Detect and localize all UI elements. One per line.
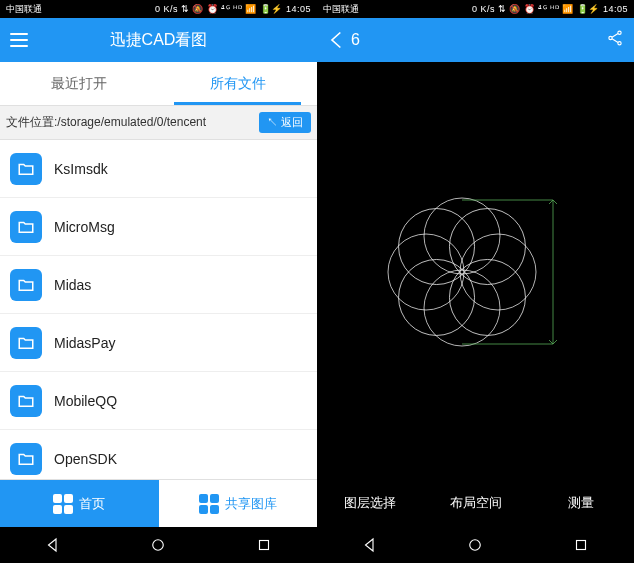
system-nav [317, 527, 634, 563]
folder-icon [10, 269, 42, 301]
return-button[interactable]: ↖ 返回 [259, 112, 311, 133]
drawing-title: 6 [351, 31, 360, 49]
svg-rect-1 [260, 541, 269, 550]
gallery-icon [199, 494, 219, 514]
svg-point-6 [434, 244, 541, 351]
svg-point-5 [460, 234, 536, 310]
folder-icon [10, 153, 42, 185]
folder-icon [10, 443, 42, 475]
cad-viewer-screen: 中国联通 0 K/s ⇅ 🔕 ⏰ ⁴ᴳ ᴴᴰ 📶 🔋⚡ 14:05 6 [317, 0, 634, 563]
home-icon[interactable] [466, 536, 484, 554]
status-icons: 0 K/s ⇅ 🔕 ⏰ ⁴ᴳ ᴴᴰ 📶 🔋⚡ 14:05 [42, 4, 311, 14]
list-item[interactable]: KsImsdk [0, 140, 317, 198]
grid-icon [53, 494, 73, 514]
viewer-bottom-nav: 图层选择 布局空间 测量 [317, 479, 634, 527]
home-icon[interactable] [149, 536, 167, 554]
nav-home-label: 首页 [79, 495, 105, 513]
recent-icon[interactable] [255, 536, 273, 554]
svg-point-3 [618, 31, 621, 34]
list-item[interactable]: MicroMsg [0, 198, 317, 256]
path-text: 文件位置:/storage/emulated/0/tencent [6, 114, 259, 131]
status-bar: 中国联通 0 K/s ⇅ 🔕 ⏰ ⁴ᴳ ᴴᴰ 📶 🔋⚡ 14:05 [0, 0, 317, 18]
svg-rect-17 [577, 541, 586, 550]
svg-point-10 [383, 193, 490, 300]
share-icon[interactable] [606, 29, 624, 51]
status-bar: 中国联通 0 K/s ⇅ 🔕 ⏰ ⁴ᴳ ᴴᴰ 📶 🔋⚡ 14:05 [317, 0, 634, 18]
viewer-header: 6 [317, 18, 634, 62]
svg-point-2 [609, 36, 612, 39]
svg-point-8 [383, 244, 490, 351]
list-item[interactable]: MidasPay [0, 314, 317, 372]
svg-point-9 [388, 234, 464, 310]
app-header: 迅捷CAD看图 [0, 18, 317, 62]
svg-point-7 [424, 270, 500, 346]
svg-point-4 [618, 42, 621, 45]
tab-all-files[interactable]: 所有文件 [159, 62, 318, 105]
list-item[interactable]: MobileQQ [0, 372, 317, 430]
carrier-label: 中国联通 [6, 3, 42, 16]
recent-icon[interactable] [572, 536, 590, 554]
folder-icon [10, 327, 42, 359]
status-icons: 0 K/s ⇅ 🔕 ⏰ ⁴ᴳ ᴴᴰ 📶 🔋⚡ 14:05 [359, 4, 628, 14]
tab-recent[interactable]: 最近打开 [0, 62, 159, 105]
menu-icon[interactable] [10, 33, 28, 47]
nav-home[interactable]: 首页 [0, 480, 159, 527]
file-name: MicroMsg [54, 219, 115, 235]
app-title: 迅捷CAD看图 [28, 30, 289, 51]
file-name: OpenSDK [54, 451, 117, 467]
nav-share-library[interactable]: 共享图库 [159, 480, 318, 527]
chevron-left-icon[interactable] [327, 30, 347, 50]
svg-point-0 [153, 540, 164, 551]
folder-icon [10, 211, 42, 243]
file-name: MidasPay [54, 335, 115, 351]
nav-layout[interactable]: 布局空间 [423, 479, 529, 527]
list-item[interactable]: Midas [0, 256, 317, 314]
system-nav [0, 527, 317, 563]
file-browser-screen: 中国联通 0 K/s ⇅ 🔕 ⏰ ⁴ᴳ ᴴᴰ 📶 🔋⚡ 14:05 迅捷CAD看… [0, 0, 317, 563]
svg-point-16 [470, 540, 481, 551]
file-tabs: 最近打开 所有文件 [0, 62, 317, 106]
folder-icon [10, 385, 42, 417]
file-name: Midas [54, 277, 91, 293]
svg-point-12 [434, 193, 541, 300]
bottom-nav: 首页 共享图库 [0, 479, 317, 527]
nav-measure[interactable]: 测量 [528, 479, 634, 527]
back-icon[interactable] [44, 536, 62, 554]
back-icon[interactable] [361, 536, 379, 554]
nav-share-label: 共享图库 [225, 495, 277, 513]
svg-point-11 [424, 198, 500, 274]
file-name: KsImsdk [54, 161, 108, 177]
nav-layers[interactable]: 图层选择 [317, 479, 423, 527]
path-bar: 文件位置:/storage/emulated/0/tencent ↖ 返回 [0, 106, 317, 140]
carrier-label: 中国联通 [323, 3, 359, 16]
file-name: MobileQQ [54, 393, 117, 409]
